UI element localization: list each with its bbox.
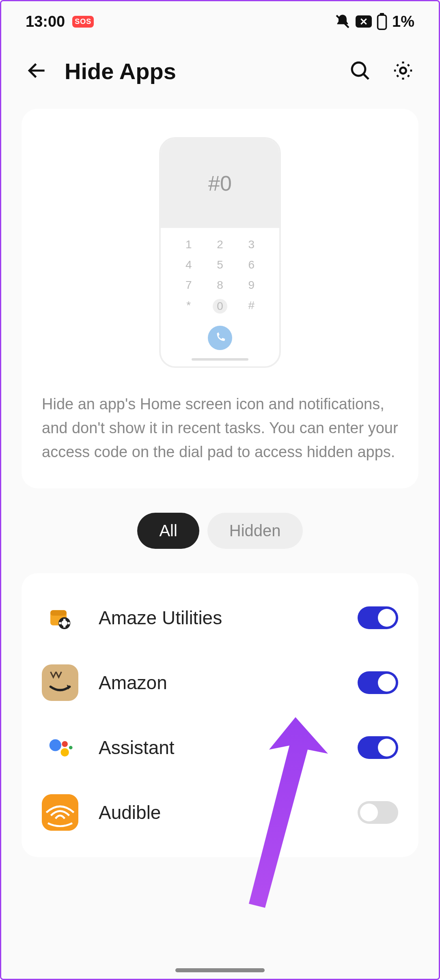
info-text: Hide an app's Home screen icon and notif… xyxy=(42,392,398,464)
svg-point-5 xyxy=(352,62,365,76)
app-name: Amaze Utilities xyxy=(99,607,337,629)
phone-code-display: #0 xyxy=(161,139,279,228)
svg-rect-14 xyxy=(59,622,61,624)
app-icon-audible xyxy=(42,794,78,831)
svg-point-19 xyxy=(60,748,69,756)
app-name: Audible xyxy=(99,802,337,823)
svg-rect-15 xyxy=(68,622,70,624)
info-card: #0 123 456 789 *0# Hide an app's Home sc… xyxy=(22,109,418,488)
app-icon-amaze-utilities xyxy=(42,600,78,636)
app-row-amaze-utilities: Amaze Utilities xyxy=(38,585,402,650)
filter-tabs: All Hidden xyxy=(1,513,439,549)
notifications-muted-icon xyxy=(334,13,351,30)
svg-rect-13 xyxy=(63,625,65,627)
phone-call-icon xyxy=(208,326,232,350)
app-row-amazon: Amazon xyxy=(38,650,402,715)
svg-point-11 xyxy=(61,620,67,626)
battery-percent: 1% xyxy=(392,13,414,30)
battery-icon xyxy=(377,13,387,30)
toggle-amazon[interactable] xyxy=(358,671,398,694)
svg-point-17 xyxy=(50,739,61,751)
svg-point-18 xyxy=(62,741,68,747)
svg-rect-16 xyxy=(44,666,76,699)
status-time: 13:00 xyxy=(26,13,65,30)
svg-rect-9 xyxy=(50,610,67,615)
header: Hide Apps xyxy=(1,42,439,109)
toggle-amaze-utilities[interactable] xyxy=(358,606,398,629)
app-icon-assistant xyxy=(42,729,78,766)
toggle-audible[interactable] xyxy=(358,801,398,824)
app-row-assistant: Assistant xyxy=(38,715,402,780)
search-button[interactable] xyxy=(349,59,371,84)
status-bar: 13:00 SOS 1% xyxy=(1,1,439,42)
tab-all[interactable]: All xyxy=(137,513,199,549)
svg-rect-3 xyxy=(378,15,386,29)
svg-rect-12 xyxy=(63,619,65,621)
app-list: Amaze Utilities Amazon Assistant Audible xyxy=(22,573,418,857)
tab-hidden[interactable]: Hidden xyxy=(207,513,303,549)
app-name: Assistant xyxy=(99,737,337,759)
sos-badge: SOS xyxy=(72,16,94,28)
settings-button[interactable] xyxy=(392,59,414,84)
app-name: Amazon xyxy=(99,672,337,694)
do-not-disturb-icon xyxy=(356,15,372,28)
phone-dialpad: 123 456 789 *0# xyxy=(161,228,279,322)
phone-illustration: #0 123 456 789 *0# xyxy=(159,137,281,368)
app-row-audible: Audible xyxy=(38,780,402,845)
svg-point-20 xyxy=(69,746,73,749)
back-button[interactable] xyxy=(26,59,48,84)
app-icon-amazon xyxy=(42,664,78,701)
svg-line-6 xyxy=(364,74,369,79)
gesture-bar[interactable] xyxy=(175,968,265,972)
page-title: Hide Apps xyxy=(65,58,176,84)
svg-point-7 xyxy=(400,67,406,73)
toggle-assistant[interactable] xyxy=(358,736,398,759)
